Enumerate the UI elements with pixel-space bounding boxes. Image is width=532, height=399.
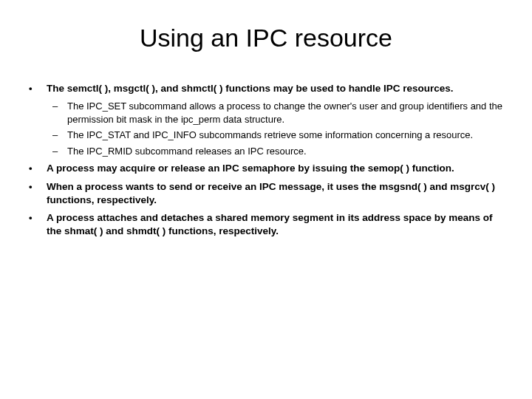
sub-bullet-list: The IPC_SET subcommand allows a process … (47, 100, 510, 157)
list-item: The IPC_STAT and IPC_INFO subcommands re… (47, 129, 510, 142)
bullet-text: When a process wants to send or receive … (47, 181, 495, 205)
bullet-text: The semctl( ), msgctl( ), and shmctl( ) … (47, 83, 454, 94)
slide-title: Using an IPC resource (22, 24, 510, 52)
bullet-text: A process attaches and detaches a shared… (47, 212, 493, 236)
list-item: When a process wants to send or receive … (26, 180, 510, 207)
bullet-text: A process may acquire or release an IPC … (47, 163, 454, 174)
main-bullet-list: The semctl( ), msgctl( ), and shmctl( ) … (22, 82, 510, 239)
list-item: A process may acquire or release an IPC … (26, 162, 510, 175)
list-item: A process attaches and detaches a shared… (26, 211, 510, 238)
list-item: The IPC_RMID subcommand releases an IPC … (47, 145, 510, 158)
list-item: The IPC_SET subcommand allows a process … (47, 100, 510, 126)
list-item: The semctl( ), msgctl( ), and shmctl( ) … (26, 82, 510, 157)
